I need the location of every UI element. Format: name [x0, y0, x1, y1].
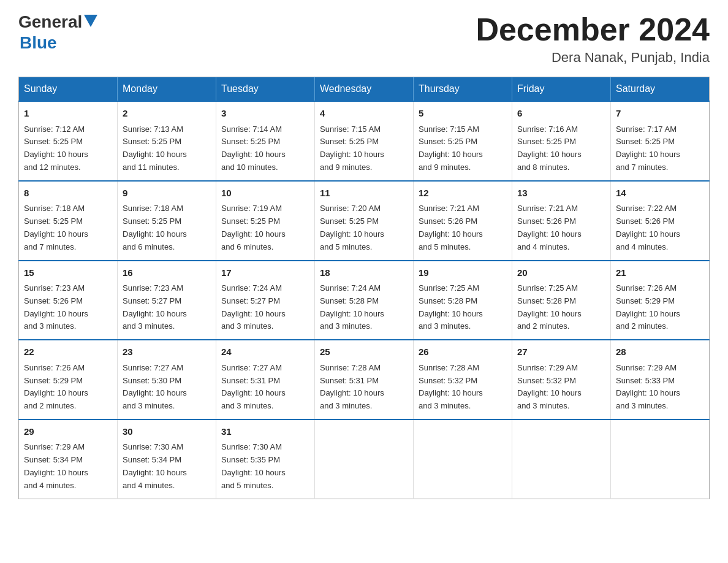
logo-arrow-icon [84, 15, 97, 29]
calendar-week-row: 29Sunrise: 7:29 AMSunset: 5:34 PMDayligh… [19, 419, 710, 499]
day-number: 21 [616, 266, 704, 280]
calendar-day-cell: 23Sunrise: 7:27 AMSunset: 5:30 PMDayligh… [118, 340, 216, 419]
calendar-day-cell: 22Sunrise: 7:26 AMSunset: 5:29 PMDayligh… [19, 340, 118, 419]
calendar-day-cell: 7Sunrise: 7:17 AMSunset: 5:25 PMDaylight… [611, 101, 710, 181]
calendar-day-cell: 31Sunrise: 7:30 AMSunset: 5:35 PMDayligh… [216, 419, 315, 499]
day-number: 10 [221, 186, 309, 201]
calendar-week-row: 8Sunrise: 7:18 AMSunset: 5:25 PMDaylight… [19, 181, 710, 261]
day-info: Sunrise: 7:29 AMSunset: 5:32 PMDaylight:… [517, 362, 605, 413]
calendar-day-cell: 13Sunrise: 7:21 AMSunset: 5:26 PMDayligh… [512, 181, 611, 261]
day-info: Sunrise: 7:29 AMSunset: 5:33 PMDaylight:… [616, 362, 704, 413]
calendar-day-cell: 24Sunrise: 7:27 AMSunset: 5:31 PMDayligh… [216, 340, 315, 419]
day-info: Sunrise: 7:30 AMSunset: 5:35 PMDaylight:… [221, 441, 309, 492]
day-info: Sunrise: 7:21 AMSunset: 5:26 PMDaylight:… [419, 202, 507, 253]
logo-blue-text: Blue [20, 33, 97, 53]
calendar-day-cell: 6Sunrise: 7:16 AMSunset: 5:25 PMDaylight… [512, 101, 611, 181]
day-number: 12 [419, 186, 507, 201]
day-info: Sunrise: 7:19 AMSunset: 5:25 PMDaylight:… [221, 202, 309, 253]
day-number: 29 [24, 425, 112, 439]
calendar-day-header: Thursday [414, 77, 512, 102]
day-info: Sunrise: 7:25 AMSunset: 5:28 PMDaylight:… [419, 282, 507, 333]
calendar-day-cell: 17Sunrise: 7:24 AMSunset: 5:27 PMDayligh… [216, 261, 315, 340]
calendar-day-header: Wednesday [315, 77, 414, 102]
calendar-day-header: Tuesday [216, 77, 315, 102]
day-info: Sunrise: 7:26 AMSunset: 5:29 PMDaylight:… [24, 362, 112, 413]
svg-marker-0 [84, 15, 97, 27]
day-number: 1 [24, 107, 112, 121]
calendar-day-cell [315, 419, 414, 499]
calendar-week-row: 15Sunrise: 7:23 AMSunset: 5:26 PMDayligh… [19, 261, 710, 340]
calendar-day-cell: 10Sunrise: 7:19 AMSunset: 5:25 PMDayligh… [216, 181, 315, 261]
day-info: Sunrise: 7:27 AMSunset: 5:30 PMDaylight:… [123, 362, 211, 413]
day-number: 6 [517, 107, 605, 121]
day-number: 17 [221, 266, 309, 280]
calendar-day-cell: 30Sunrise: 7:30 AMSunset: 5:34 PMDayligh… [118, 419, 216, 499]
day-info: Sunrise: 7:17 AMSunset: 5:25 PMDaylight:… [616, 123, 704, 174]
logo-general-text: General [18, 12, 82, 32]
title-area: December 2024 Dera Nanak, Punjab, India [476, 12, 710, 66]
day-number: 26 [419, 345, 507, 359]
day-info: Sunrise: 7:14 AMSunset: 5:25 PMDaylight:… [221, 123, 309, 174]
day-info: Sunrise: 7:30 AMSunset: 5:34 PMDaylight:… [123, 441, 211, 492]
calendar-day-cell: 12Sunrise: 7:21 AMSunset: 5:26 PMDayligh… [414, 181, 512, 261]
day-info: Sunrise: 7:25 AMSunset: 5:28 PMDaylight:… [517, 282, 605, 333]
day-number: 15 [24, 266, 112, 280]
calendar-week-row: 22Sunrise: 7:26 AMSunset: 5:29 PMDayligh… [19, 340, 710, 419]
day-info: Sunrise: 7:24 AMSunset: 5:27 PMDaylight:… [221, 282, 309, 333]
calendar-day-cell: 19Sunrise: 7:25 AMSunset: 5:28 PMDayligh… [414, 261, 512, 340]
day-number: 25 [320, 345, 408, 359]
calendar-day-cell: 14Sunrise: 7:22 AMSunset: 5:26 PMDayligh… [611, 181, 710, 261]
calendar-day-cell: 26Sunrise: 7:28 AMSunset: 5:32 PMDayligh… [414, 340, 512, 419]
calendar-day-cell: 29Sunrise: 7:29 AMSunset: 5:34 PMDayligh… [19, 419, 118, 499]
day-info: Sunrise: 7:15 AMSunset: 5:25 PMDaylight:… [419, 123, 507, 174]
day-number: 7 [616, 107, 704, 121]
page-header: General Blue December 2024 Dera Nanak, P… [18, 12, 710, 66]
day-info: Sunrise: 7:12 AMSunset: 5:25 PMDaylight:… [24, 123, 112, 174]
day-info: Sunrise: 7:28 AMSunset: 5:31 PMDaylight:… [320, 362, 408, 413]
day-number: 5 [419, 107, 507, 121]
calendar-day-cell: 5Sunrise: 7:15 AMSunset: 5:25 PMDaylight… [414, 101, 512, 181]
calendar-day-cell [512, 419, 611, 499]
day-number: 3 [221, 107, 309, 121]
day-info: Sunrise: 7:16 AMSunset: 5:25 PMDaylight:… [517, 123, 605, 174]
day-info: Sunrise: 7:20 AMSunset: 5:25 PMDaylight:… [320, 202, 408, 253]
calendar-day-header: Friday [512, 77, 611, 102]
day-number: 31 [221, 425, 309, 439]
day-number: 30 [123, 425, 211, 439]
calendar-day-header: Saturday [611, 77, 710, 102]
calendar-day-cell: 4Sunrise: 7:15 AMSunset: 5:25 PMDaylight… [315, 101, 414, 181]
day-number: 23 [123, 345, 211, 359]
day-number: 11 [320, 186, 408, 201]
calendar-header-row: SundayMondayTuesdayWednesdayThursdayFrid… [19, 77, 710, 102]
day-info: Sunrise: 7:28 AMSunset: 5:32 PMDaylight:… [419, 362, 507, 413]
day-number: 27 [517, 345, 605, 359]
calendar-day-cell: 2Sunrise: 7:13 AMSunset: 5:25 PMDaylight… [118, 101, 216, 181]
calendar-day-cell: 25Sunrise: 7:28 AMSunset: 5:31 PMDayligh… [315, 340, 414, 419]
day-number: 8 [24, 186, 112, 201]
month-title: December 2024 [476, 12, 710, 47]
day-info: Sunrise: 7:15 AMSunset: 5:25 PMDaylight:… [320, 123, 408, 174]
calendar-day-header: Monday [118, 77, 216, 102]
calendar-day-cell: 9Sunrise: 7:18 AMSunset: 5:25 PMDaylight… [118, 181, 216, 261]
day-info: Sunrise: 7:18 AMSunset: 5:25 PMDaylight:… [24, 202, 112, 253]
day-info: Sunrise: 7:23 AMSunset: 5:26 PMDaylight:… [24, 282, 112, 333]
day-info: Sunrise: 7:21 AMSunset: 5:26 PMDaylight:… [517, 202, 605, 253]
day-number: 14 [616, 186, 704, 201]
calendar-day-cell: 11Sunrise: 7:20 AMSunset: 5:25 PMDayligh… [315, 181, 414, 261]
day-info: Sunrise: 7:18 AMSunset: 5:25 PMDaylight:… [123, 202, 211, 253]
calendar-day-cell: 27Sunrise: 7:29 AMSunset: 5:32 PMDayligh… [512, 340, 611, 419]
day-number: 13 [517, 186, 605, 201]
calendar-day-cell: 3Sunrise: 7:14 AMSunset: 5:25 PMDaylight… [216, 101, 315, 181]
day-number: 18 [320, 266, 408, 280]
day-info: Sunrise: 7:29 AMSunset: 5:34 PMDaylight:… [24, 441, 112, 492]
calendar-day-cell [414, 419, 512, 499]
calendar-day-cell: 21Sunrise: 7:26 AMSunset: 5:29 PMDayligh… [611, 261, 710, 340]
logo: General Blue [18, 12, 97, 53]
calendar-day-cell: 1Sunrise: 7:12 AMSunset: 5:25 PMDaylight… [19, 101, 118, 181]
day-number: 4 [320, 107, 408, 121]
calendar-day-header: Sunday [19, 77, 118, 102]
day-info: Sunrise: 7:26 AMSunset: 5:29 PMDaylight:… [616, 282, 704, 333]
day-number: 9 [123, 186, 211, 201]
day-number: 16 [123, 266, 211, 280]
calendar-day-cell: 28Sunrise: 7:29 AMSunset: 5:33 PMDayligh… [611, 340, 710, 419]
